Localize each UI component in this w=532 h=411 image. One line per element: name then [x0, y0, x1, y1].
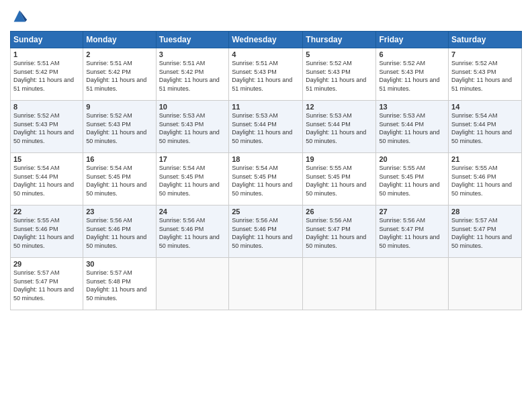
calendar-cell: 24Sunrise: 5:56 AMSunset: 5:46 PMDayligh… — [156, 205, 229, 258]
day-info: Sunrise: 5:54 AMSunset: 5:44 PMDaylight:… — [13, 165, 74, 197]
calendar-cell: 29Sunrise: 5:57 AMSunset: 5:47 PMDayligh… — [11, 258, 83, 310]
day-number: 30 — [86, 260, 152, 268]
calendar-header-tuesday: Tuesday — [156, 32, 229, 48]
day-number: 18 — [232, 155, 300, 163]
day-info: Sunrise: 5:57 AMSunset: 5:47 PMDaylight:… — [13, 269, 74, 302]
calendar-cell: 10Sunrise: 5:53 AMSunset: 5:43 PMDayligh… — [156, 101, 229, 153]
day-number: 6 — [379, 50, 445, 58]
calendar-week-1: 1Sunrise: 5:51 AMSunset: 5:42 PMDaylight… — [11, 48, 522, 101]
day-info: Sunrise: 5:51 AMSunset: 5:43 PMDaylight:… — [232, 60, 292, 92]
calendar-cell: 8Sunrise: 5:52 AMSunset: 5:43 PMDaylight… — [11, 101, 83, 153]
day-info: Sunrise: 5:54 AMSunset: 5:45 PMDaylight:… — [86, 165, 146, 197]
calendar-cell: 19Sunrise: 5:55 AMSunset: 5:45 PMDayligh… — [303, 153, 376, 205]
calendar-table: SundayMondayTuesdayWednesdayThursdayFrid… — [10, 31, 522, 310]
day-info: Sunrise: 5:51 AMSunset: 5:42 PMDaylight:… — [86, 60, 146, 92]
day-info: Sunrise: 5:55 AMSunset: 5:45 PMDaylight:… — [306, 165, 366, 197]
calendar-header-saturday: Saturday — [449, 32, 522, 48]
page: SundayMondayTuesdayWednesdayThursdayFrid… — [0, 0, 532, 411]
day-number: 8 — [13, 103, 80, 111]
day-info: Sunrise: 5:55 AMSunset: 5:46 PMDaylight:… — [13, 217, 74, 249]
day-number: 1 — [13, 50, 80, 58]
calendar-week-3: 15Sunrise: 5:54 AMSunset: 5:44 PMDayligh… — [11, 153, 522, 205]
day-info: Sunrise: 5:54 AMSunset: 5:44 PMDaylight:… — [451, 112, 512, 144]
day-info: Sunrise: 5:57 AMSunset: 5:47 PMDaylight:… — [451, 217, 512, 249]
calendar-cell — [449, 258, 522, 310]
day-number: 14 — [451, 103, 519, 111]
day-number: 15 — [13, 155, 80, 163]
day-info: Sunrise: 5:56 AMSunset: 5:46 PMDaylight:… — [159, 217, 220, 249]
calendar-header-sunday: Sunday — [11, 32, 83, 48]
calendar-cell: 12Sunrise: 5:53 AMSunset: 5:44 PMDayligh… — [303, 101, 376, 153]
day-info: Sunrise: 5:51 AMSunset: 5:42 PMDaylight:… — [13, 60, 74, 92]
day-number: 7 — [451, 50, 519, 58]
day-number: 17 — [159, 155, 226, 163]
calendar-header-monday: Monday — [83, 32, 156, 48]
calendar-cell: 13Sunrise: 5:53 AMSunset: 5:44 PMDayligh… — [376, 101, 449, 153]
calendar-cell: 3Sunrise: 5:51 AMSunset: 5:42 PMDaylight… — [156, 48, 229, 101]
calendar-header-wednesday: Wednesday — [229, 32, 303, 48]
day-number: 13 — [379, 103, 445, 111]
day-info: Sunrise: 5:52 AMSunset: 5:43 PMDaylight:… — [451, 60, 512, 92]
day-info: Sunrise: 5:54 AMSunset: 5:45 PMDaylight:… — [159, 165, 220, 197]
calendar-cell: 9Sunrise: 5:52 AMSunset: 5:43 PMDaylight… — [83, 101, 156, 153]
day-info: Sunrise: 5:52 AMSunset: 5:43 PMDaylight:… — [13, 112, 74, 144]
calendar-cell: 27Sunrise: 5:56 AMSunset: 5:47 PMDayligh… — [376, 205, 449, 258]
day-number: 9 — [86, 103, 152, 111]
calendar-header-row: SundayMondayTuesdayWednesdayThursdayFrid… — [11, 32, 522, 48]
day-number: 22 — [13, 208, 80, 216]
day-number: 24 — [159, 208, 226, 216]
calendar-cell: 5Sunrise: 5:52 AMSunset: 5:43 PMDaylight… — [303, 48, 376, 101]
calendar-week-5: 29Sunrise: 5:57 AMSunset: 5:47 PMDayligh… — [11, 258, 522, 310]
day-number: 20 — [379, 155, 445, 163]
calendar-cell: 21Sunrise: 5:55 AMSunset: 5:46 PMDayligh… — [449, 153, 522, 205]
calendar-cell: 7Sunrise: 5:52 AMSunset: 5:43 PMDaylight… — [449, 48, 522, 101]
day-number: 4 — [232, 50, 300, 58]
day-number: 12 — [306, 103, 373, 111]
day-number: 21 — [451, 155, 519, 163]
day-number: 3 — [159, 50, 226, 58]
day-number: 16 — [86, 155, 152, 163]
calendar-week-2: 8Sunrise: 5:52 AMSunset: 5:43 PMDaylight… — [11, 101, 522, 153]
day-number: 2 — [86, 50, 152, 58]
logo-icon — [10, 7, 29, 26]
calendar-cell: 25Sunrise: 5:56 AMSunset: 5:46 PMDayligh… — [229, 205, 303, 258]
day-info: Sunrise: 5:56 AMSunset: 5:46 PMDaylight:… — [86, 217, 146, 249]
day-number: 23 — [86, 208, 152, 216]
calendar-cell: 28Sunrise: 5:57 AMSunset: 5:47 PMDayligh… — [449, 205, 522, 258]
calendar-cell: 16Sunrise: 5:54 AMSunset: 5:45 PMDayligh… — [83, 153, 156, 205]
day-info: Sunrise: 5:53 AMSunset: 5:44 PMDaylight:… — [379, 112, 439, 144]
day-info: Sunrise: 5:56 AMSunset: 5:47 PMDaylight:… — [306, 217, 366, 249]
day-number: 26 — [306, 208, 373, 216]
day-number: 19 — [306, 155, 373, 163]
day-info: Sunrise: 5:53 AMSunset: 5:43 PMDaylight:… — [159, 112, 220, 144]
calendar-cell: 17Sunrise: 5:54 AMSunset: 5:45 PMDayligh… — [156, 153, 229, 205]
calendar-header-thursday: Thursday — [303, 32, 376, 48]
calendar-cell: 1Sunrise: 5:51 AMSunset: 5:42 PMDaylight… — [11, 48, 83, 101]
calendar-cell — [376, 258, 449, 310]
day-info: Sunrise: 5:55 AMSunset: 5:46 PMDaylight:… — [451, 165, 512, 197]
day-number: 28 — [451, 208, 519, 216]
calendar-cell: 11Sunrise: 5:53 AMSunset: 5:44 PMDayligh… — [229, 101, 303, 153]
calendar-cell: 14Sunrise: 5:54 AMSunset: 5:44 PMDayligh… — [449, 101, 522, 153]
day-number: 5 — [306, 50, 373, 58]
day-number: 10 — [159, 103, 226, 111]
day-number: 11 — [232, 103, 300, 111]
day-info: Sunrise: 5:53 AMSunset: 5:44 PMDaylight:… — [232, 112, 292, 144]
day-number: 25 — [232, 208, 300, 216]
header — [10, 7, 522, 26]
day-number: 27 — [379, 208, 445, 216]
day-info: Sunrise: 5:54 AMSunset: 5:45 PMDaylight:… — [232, 165, 292, 197]
calendar-cell: 22Sunrise: 5:55 AMSunset: 5:46 PMDayligh… — [11, 205, 83, 258]
logo — [10, 7, 32, 26]
day-info: Sunrise: 5:56 AMSunset: 5:47 PMDaylight:… — [379, 217, 439, 249]
calendar-cell — [156, 258, 229, 310]
calendar-cell — [229, 258, 303, 310]
day-info: Sunrise: 5:51 AMSunset: 5:42 PMDaylight:… — [159, 60, 220, 92]
calendar-cell: 18Sunrise: 5:54 AMSunset: 5:45 PMDayligh… — [229, 153, 303, 205]
calendar-cell: 15Sunrise: 5:54 AMSunset: 5:44 PMDayligh… — [11, 153, 83, 205]
calendar-week-4: 22Sunrise: 5:55 AMSunset: 5:46 PMDayligh… — [11, 205, 522, 258]
day-info: Sunrise: 5:55 AMSunset: 5:45 PMDaylight:… — [379, 165, 439, 197]
calendar-cell: 26Sunrise: 5:56 AMSunset: 5:47 PMDayligh… — [303, 205, 376, 258]
day-info: Sunrise: 5:53 AMSunset: 5:44 PMDaylight:… — [306, 112, 366, 144]
calendar-cell: 6Sunrise: 5:52 AMSunset: 5:43 PMDaylight… — [376, 48, 449, 101]
